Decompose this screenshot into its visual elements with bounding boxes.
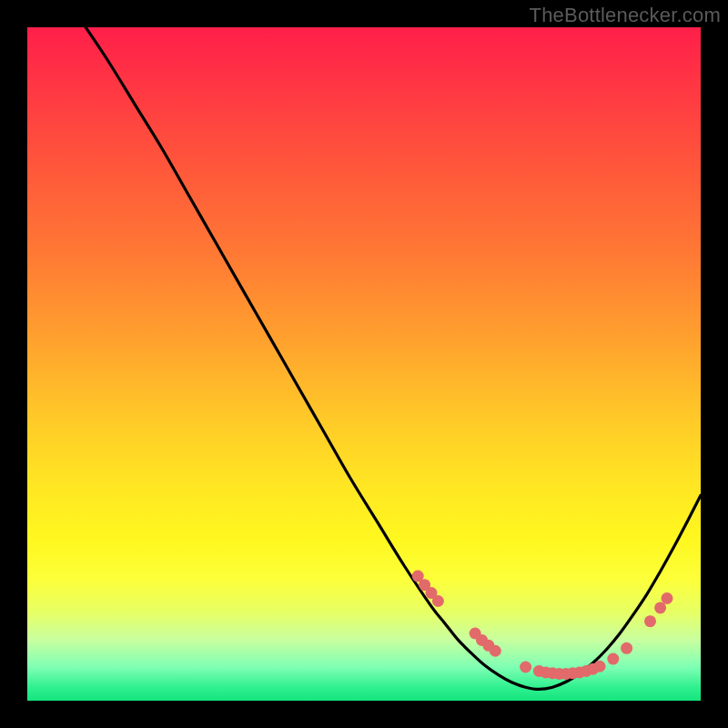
data-marker <box>520 662 531 673</box>
plot-area <box>27 27 701 701</box>
chart-frame: TheBottlenecker.com <box>0 0 728 728</box>
data-marker <box>621 642 632 654</box>
data-marker <box>490 645 501 657</box>
bottleneck-curve <box>27 0 701 689</box>
data-marker <box>662 592 673 604</box>
data-marker <box>432 595 444 607</box>
data-marker <box>607 653 619 665</box>
data-marker <box>644 615 656 627</box>
data-marker <box>594 661 606 672</box>
curve-svg <box>27 27 701 701</box>
marker-group <box>412 571 673 680</box>
watermark-text: TheBottlenecker.com <box>530 4 721 27</box>
